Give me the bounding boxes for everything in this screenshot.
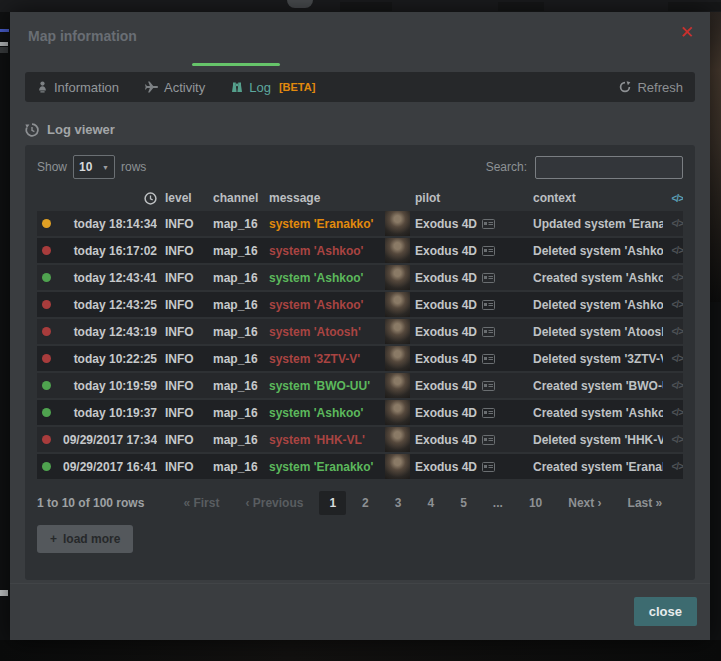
dialog-footer: close [10, 583, 710, 640]
log-viewer-label: Log viewer [47, 122, 115, 137]
pilot-avatar [385, 211, 410, 236]
table-row[interactable]: today 16:17:02 INFO map_16 system 'Ashko… [37, 238, 683, 263]
log-time: today 10:22:25 [63, 352, 157, 366]
close-button[interactable]: close [634, 597, 697, 626]
pagination-page-10[interactable]: 10 [519, 491, 552, 515]
code-icon: </> [671, 299, 683, 310]
status-dot [42, 246, 51, 255]
tab-information[interactable]: Information [37, 80, 119, 95]
log-level: INFO [165, 325, 205, 339]
log-level: INFO [165, 433, 205, 447]
load-more-button[interactable]: + load more [37, 525, 133, 553]
table-row[interactable]: 09/29/2017 16:41:17 INFO map_16 system '… [37, 454, 683, 479]
status-dot [42, 381, 51, 390]
log-context: Deleted system 'Ashkoo' ... [533, 298, 663, 312]
refresh-label: Refresh [637, 80, 683, 95]
log-time: 09/29/2017 17:34:25 [63, 433, 157, 447]
code-icon: </> [671, 326, 683, 337]
table-controls: Show 10 ▼ rows Search: [37, 155, 683, 179]
pagination-page-4[interactable]: 4 [417, 491, 444, 515]
pilot-name: Exodus 4D [415, 352, 477, 366]
background-map-sliver [0, 29, 9, 32]
pilot-name: Exodus 4D [415, 298, 477, 312]
chevron-down-icon: ▼ [102, 164, 109, 171]
table-row[interactable]: today 12:43:41 INFO map_16 system 'Ashko… [37, 265, 683, 290]
table-row[interactable]: today 18:14:34 INFO map_16 system 'Erana… [37, 211, 683, 236]
id-card-icon [482, 462, 495, 472]
screen: Map information ✕ Information Activity [0, 0, 721, 661]
pagination-first[interactable]: « First [173, 491, 229, 515]
log-channel: map_16 [213, 433, 261, 447]
binoculars-icon [231, 81, 243, 93]
table-row[interactable]: today 10:19:37 INFO map_16 system 'Ashko… [37, 400, 683, 425]
pilot-avatar [385, 454, 410, 479]
code-icon: </> [671, 353, 683, 364]
log-channel: map_16 [213, 352, 261, 366]
time-column-header[interactable] [63, 192, 157, 205]
status-dot [42, 462, 51, 471]
context-column-header[interactable]: context [533, 191, 663, 205]
log-context: Created system 'BWO-UU'... [533, 379, 663, 393]
pilot-avatar [385, 400, 410, 425]
log-channel: map_16 [213, 244, 261, 258]
pagination-previous[interactable]: ‹ Previous [235, 491, 313, 515]
level-column-header[interactable]: level [165, 191, 205, 205]
active-tab-indicator [192, 63, 280, 66]
search-group: Search: [486, 156, 683, 179]
log-channel: map_16 [213, 298, 261, 312]
table-row[interactable]: 09/29/2017 17:34:25 INFO map_16 system '… [37, 427, 683, 452]
show-label: Show [37, 160, 67, 174]
id-card-icon [482, 246, 495, 256]
log-context: Created system 'Ashkoo' ... [533, 406, 663, 420]
channel-column-header[interactable]: channel [213, 191, 261, 205]
code-icon: </> [671, 218, 683, 229]
log-context: Deleted system 'Atoosh' #... [533, 325, 663, 339]
log-channel: map_16 [213, 217, 261, 231]
log-time: today 10:19:59 [63, 379, 157, 393]
close-icon[interactable]: ✕ [680, 24, 694, 41]
log-channel: map_16 [213, 379, 261, 393]
table-row[interactable]: today 12:43:25 INFO map_16 system 'Ashko… [37, 292, 683, 317]
log-channel: map_16 [213, 271, 261, 285]
log-level: INFO [165, 271, 205, 285]
code-column-header: </> [671, 193, 683, 204]
pagination-next[interactable]: Next › [558, 491, 611, 515]
log-level: INFO [165, 217, 205, 231]
page-size-select[interactable]: 10 ▼ [73, 155, 115, 179]
tab-log[interactable]: Log [BETA] [231, 80, 315, 95]
log-time: today 10:19:37 [63, 406, 157, 420]
page-size-value: 10 [79, 160, 92, 174]
id-card-icon [482, 219, 495, 229]
table-row[interactable]: today 12:43:19 INFO map_16 system 'Atoos… [37, 319, 683, 344]
background-top-shape [668, 2, 721, 11]
pilot-name: Exodus 4D [415, 271, 477, 285]
pilot-column-header[interactable]: pilot [385, 191, 525, 205]
id-card-icon [482, 273, 495, 283]
message-column-header[interactable]: message [269, 191, 377, 205]
log-time: today 18:14:34 [63, 217, 157, 231]
background-top-shape [340, 2, 392, 11]
tab-activity[interactable]: Activity [145, 80, 205, 95]
code-icon: </> [671, 434, 683, 445]
refresh-button[interactable]: Refresh [619, 80, 683, 95]
search-input[interactable] [535, 156, 683, 179]
pagination-page-3[interactable]: 3 [385, 491, 412, 515]
log-message: system 'Ashkoo' [269, 298, 377, 312]
pagination-page-2[interactable]: 2 [352, 491, 379, 515]
id-card-icon [482, 408, 495, 418]
status-dot [42, 327, 51, 336]
pagination-last[interactable]: Last » [618, 491, 673, 515]
load-more-label: load more [63, 532, 120, 546]
history-icon [25, 123, 39, 137]
code-icon: </> [671, 272, 683, 283]
table-row[interactable]: today 10:19:59 INFO map_16 system 'BWO-U… [37, 373, 683, 398]
pagination-page-5[interactable]: 5 [450, 491, 477, 515]
dialog-header: Map information ✕ [10, 12, 710, 58]
log-message: system 'BWO-UU' [269, 379, 377, 393]
pagination-page-1[interactable]: 1 [319, 491, 346, 515]
pilot-avatar [385, 319, 410, 344]
log-level: INFO [165, 460, 205, 474]
table-row[interactable]: today 10:22:25 INFO map_16 system '3ZTV-… [37, 346, 683, 371]
pilot-name: Exodus 4D [415, 406, 477, 420]
pagination-summary: 1 to 10 of 100 rows [37, 496, 144, 510]
